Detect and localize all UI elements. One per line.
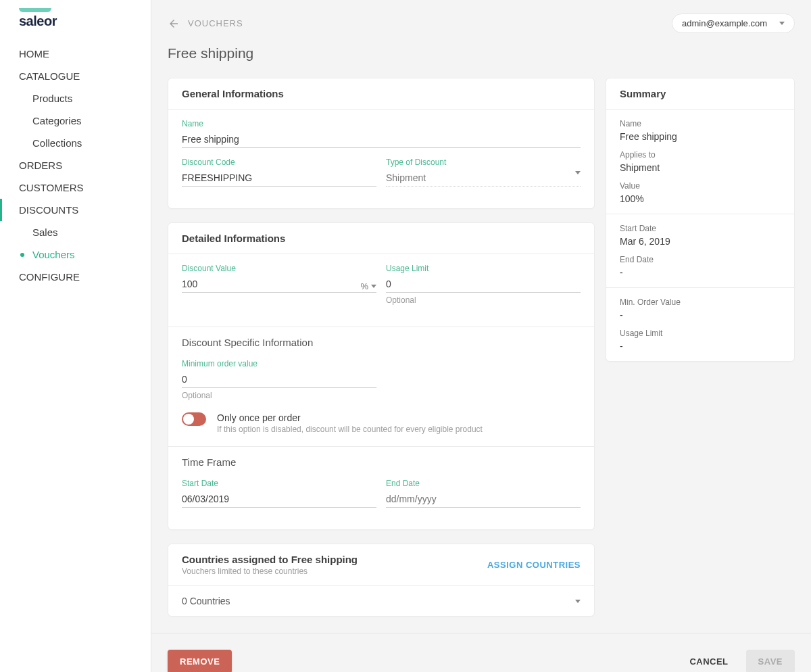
- usage-limit-label: Usage Limit: [386, 264, 581, 273]
- nav-configure[interactable]: CONFIGURE: [0, 266, 151, 288]
- summary-applies-label: Applies to: [620, 150, 781, 160]
- nav-discounts[interactable]: DISCOUNTS: [0, 199, 151, 221]
- summary-card: Summary Name Free shipping Applies to Sh…: [606, 78, 795, 362]
- min-order-input[interactable]: [182, 371, 376, 388]
- logo-text: saleor: [19, 14, 151, 29]
- name-label: Name: [182, 119, 581, 128]
- summary-enddate-label: End Date: [620, 255, 781, 264]
- nav-vouchers[interactable]: Vouchers: [0, 243, 151, 266]
- min-order-helper: Optional: [182, 391, 376, 400]
- nav-collections[interactable]: Collections: [0, 132, 151, 154]
- detailed-heading: Detailed Informations: [168, 223, 594, 254]
- time-frame-heading: Time Frame: [182, 456, 581, 468]
- nav-products[interactable]: Products: [0, 87, 151, 110]
- once-per-order-title: Only once per order: [217, 412, 483, 423]
- general-informations-card: General Informations Name Discount Code …: [168, 78, 595, 209]
- save-button[interactable]: SAVE: [746, 650, 795, 672]
- usage-limit-input[interactable]: [386, 276, 581, 293]
- chevron-down-icon[interactable]: [371, 285, 376, 288]
- nav-sales[interactable]: Sales: [0, 221, 151, 243]
- summary-name-label: Name: [620, 119, 781, 128]
- topbar: VOUCHERS admin@example.com: [151, 0, 811, 33]
- chevron-down-icon: [779, 22, 785, 25]
- page-title: Free shipping: [151, 33, 811, 78]
- name-input[interactable]: [182, 131, 581, 148]
- discount-unit: %: [360, 281, 368, 291]
- nav-catalogue[interactable]: CATALOGUE: [0, 65, 151, 87]
- discount-type-select[interactable]: [386, 170, 581, 187]
- discount-value-label: Discount Value: [182, 264, 376, 273]
- assign-countries-button[interactable]: ASSIGN COUNTRIES: [487, 560, 581, 570]
- arrow-left-icon: [168, 18, 180, 30]
- summary-minorder-value: -: [620, 310, 781, 320]
- summary-startdate-label: Start Date: [620, 224, 781, 233]
- countries-heading: Countries assigned to Free shipping: [182, 554, 358, 565]
- footer-bar: REMOVE CANCEL SAVE: [151, 633, 811, 672]
- user-menu[interactable]: admin@example.com: [672, 14, 795, 33]
- detailed-informations-card: Detailed Informations Discount Value % .: [168, 222, 595, 530]
- main-content: VOUCHERS admin@example.com Free shipping…: [151, 0, 811, 672]
- start-date-label: Start Date: [182, 479, 376, 488]
- countries-sub: Vouchers limited to these countries: [182, 567, 358, 576]
- summary-usage-value: -: [620, 341, 781, 352]
- cancel-button[interactable]: CANCEL: [677, 650, 740, 672]
- summary-value-label: Value: [620, 181, 781, 191]
- summary-enddate-value: -: [620, 267, 781, 278]
- discount-code-input[interactable]: [182, 170, 376, 187]
- countries-card: Countries assigned to Free shipping Vouc…: [168, 544, 595, 617]
- start-date-input[interactable]: [182, 491, 376, 508]
- summary-startdate-value: Mar 6, 2019: [620, 236, 781, 247]
- breadcrumb[interactable]: VOUCHERS: [168, 18, 243, 30]
- countries-dropdown[interactable]: 0 Countries: [168, 586, 594, 616]
- summary-applies-value: Shipment: [620, 162, 781, 173]
- chevron-down-icon: [575, 600, 581, 603]
- summary-minorder-label: Min. Order Value: [620, 297, 781, 307]
- end-date-input[interactable]: [386, 491, 581, 508]
- once-per-order-sub: If this option is disabled, discount wil…: [217, 425, 483, 434]
- sidebar: saleor HOME CATALOGUE Products Categorie…: [0, 0, 151, 672]
- countries-count: 0 Countries: [182, 596, 230, 606]
- logo: saleor: [19, 8, 151, 29]
- breadcrumb-label: VOUCHERS: [188, 18, 243, 28]
- remove-button[interactable]: REMOVE: [168, 650, 232, 672]
- min-order-label: Minimum order value: [182, 359, 376, 368]
- chevron-down-icon: [575, 171, 581, 174]
- discount-code-label: Discount Code: [182, 158, 376, 167]
- general-heading: General Informations: [168, 78, 594, 110]
- nav-home[interactable]: HOME: [0, 43, 151, 65]
- user-email: admin@example.com: [682, 18, 767, 28]
- nav-orders[interactable]: ORDERS: [0, 154, 151, 176]
- summary-name-value: Free shipping: [620, 131, 781, 142]
- once-per-order-toggle[interactable]: [182, 412, 206, 426]
- summary-usage-label: Usage Limit: [620, 329, 781, 338]
- end-date-label: End Date: [386, 479, 581, 488]
- discount-specific-heading: Discount Specific Information: [182, 337, 581, 348]
- usage-limit-helper: Optional: [386, 295, 581, 305]
- summary-value-value: 100%: [620, 193, 781, 204]
- nav-categories[interactable]: Categories: [0, 110, 151, 132]
- logo-swoosh-icon: [19, 8, 51, 12]
- nav-customers[interactable]: CUSTOMERS: [0, 176, 151, 199]
- summary-heading: Summary: [606, 78, 794, 110]
- discount-value-input[interactable]: [182, 276, 376, 293]
- discount-type-label: Type of Discount: [386, 158, 581, 167]
